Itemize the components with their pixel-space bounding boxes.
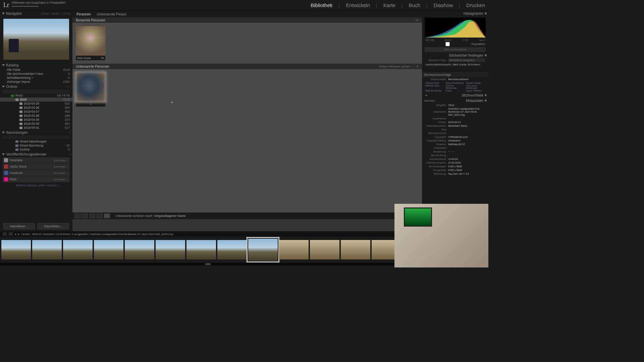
metadata-row[interactable]: Copyright-StatusUnbekannt — [422, 139, 488, 142]
sort-value[interactable]: Vorgeschlagener Name — [154, 214, 185, 218]
filmstrip-thumb[interactable] — [1, 240, 31, 259]
metadata-row[interactable]: Kopiename — [422, 117, 488, 120]
metadata-row[interactable]: Aufnahmedatum27.04.2018 — [422, 161, 488, 165]
collections-header[interactable]: Sammlungen+ — [0, 130, 72, 135]
add-kw-icon[interactable]: + — [425, 93, 427, 97]
folders-filter[interactable] — [3, 89, 70, 93]
filmstrip-thumb[interactable] — [341, 240, 370, 259]
filmstrip-thumb[interactable] — [94, 240, 123, 259]
kw-suggestion[interactable]: Gisa Benkesser — [425, 89, 444, 92]
catalog-row[interactable]: Alle synchronisierten Fotos0 — [0, 72, 72, 76]
metadata-row[interactable]: Bildunterschrift — [422, 131, 488, 135]
kw-tags-value[interactable]: Landschaftsfotografie, Mark Kupla, Schot… — [425, 63, 480, 66]
module-bibliothek[interactable]: Bibliothek — [311, 2, 332, 8]
publish-service[interactable]: Adobe StockEinrichten… — [3, 164, 70, 170]
face-tile-unnamed[interactable]: ? — [76, 72, 105, 107]
add-icon[interactable]: + — [69, 131, 70, 134]
folder-date[interactable]: 2018-04-25522 — [0, 102, 72, 106]
metadata-row[interactable]: Belichtung¹⁄₃₂₀ Sek. bei f / 5,6 — [422, 172, 488, 176]
grid-view-icon[interactable] — [9, 232, 13, 236]
catalog-row[interactable]: Schnellsammlung +0 — [0, 76, 72, 80]
filmstrip-thumb[interactable] — [310, 240, 339, 259]
filmstrip-thumb[interactable] — [125, 240, 154, 259]
lights-out-icon-2[interactable]: ▸ — [18, 233, 19, 236]
unnamed-people-header[interactable]: Unbenannte PersonenWeitere Personen such… — [72, 64, 422, 69]
module-entwickeln[interactable]: Entwickeln — [346, 2, 370, 8]
histogram[interactable] — [425, 17, 486, 38]
publish-service[interactable]: FlickrEinrichten… — [3, 176, 70, 182]
view-people-icon[interactable] — [104, 214, 110, 218]
navigator-preview[interactable] — [3, 19, 69, 60]
view-grid-icon[interactable] — [74, 214, 80, 218]
face-name-unknown[interactable]: ? — [90, 103, 91, 106]
publish-service[interactable]: FacebookEinrichten… — [3, 170, 70, 176]
collection-row[interactable]: Smart-Sammlungen — [0, 139, 72, 143]
folder-year[interactable]: 20182119 — [0, 98, 72, 102]
kw-suggestion[interactable]: Matthias Butz — [425, 84, 444, 89]
filmstrip-thumb[interactable] — [156, 240, 185, 259]
metadata-row[interactable]: Freigestellt5760 x 3840 — [422, 168, 488, 172]
reset-all-button[interactable]: Alles zurücksetzen — [425, 47, 486, 52]
volume-row[interactable]: RAID3,6 / 8 TB — [0, 94, 72, 98]
metadata-row[interactable]: Bewertung· · · · · — [422, 150, 488, 154]
kw-suggestion[interactable]: Sabrina Benkesser — [446, 84, 465, 89]
folder-date[interactable]: 2018-04-29224 — [0, 118, 72, 122]
metadata-header[interactable]: StandardMetadaten — [422, 98, 488, 103]
status-path[interactable]: Ordner : 2018 21 Gesichter / 2119 Fotos … — [21, 233, 173, 236]
module-karte[interactable]: Karte — [383, 2, 395, 8]
view-loupe-icon[interactable] — [82, 214, 88, 218]
second-monitor-icon[interactable] — [3, 232, 7, 236]
publish-more-link[interactable]: Weitere Dienste online suchen … — [0, 183, 72, 188]
metadata-row[interactable]: Copyrightmatthiasbutz.com — [422, 135, 488, 139]
kw-suggestion[interactable]: Aileen Benkesser — [446, 82, 465, 84]
metadata-row[interactable]: Aufnahmezeit14:00:53 — [422, 157, 488, 161]
module-drucken[interactable]: Drucken — [466, 2, 485, 8]
metadata-row[interactable]: VorgabeOhne — [422, 103, 488, 107]
folder-date[interactable]: 2018-05-01517 — [0, 126, 72, 130]
catalog-row[interactable]: Alle Fotos2119 — [0, 68, 72, 72]
module-buch[interactable]: Buch — [409, 2, 420, 8]
publish-header[interactable]: Veröffentlichungsdienste+ — [0, 152, 72, 157]
navigator-zoom-modes[interactable]: Einpa… Ausfü… 1:1 2:1 — [42, 12, 70, 15]
folder-date[interactable]: 2018-04-30322 — [0, 122, 72, 126]
metadata-row[interactable]: Titel — [422, 128, 488, 131]
kw-suggestion[interactable]: Emeli — [446, 89, 465, 92]
folders-header[interactable]: Ordner− + — [0, 84, 72, 89]
filmstrip-thumb[interactable] — [217, 240, 247, 259]
collections-filter[interactable] — [3, 135, 70, 139]
view-survey-icon[interactable] — [97, 214, 103, 218]
keyword-list-header[interactable]: +Stichwortliste — [422, 93, 488, 98]
metadata-row[interactable]: DateinameHochzeit-Ludwigshafen-Full-Benk… — [422, 107, 488, 117]
filmstrip-thumb[interactable] — [279, 240, 309, 259]
filmstrip-thumb[interactable] — [186, 240, 216, 259]
folders-add-icon[interactable]: − + — [66, 85, 70, 88]
named-people-header[interactable]: Benannte Personen20 — [72, 17, 422, 23]
export-button[interactable]: Exportieren… — [38, 223, 69, 229]
lights-out-icon[interactable]: ◂ — [15, 233, 16, 236]
kw-suggestion[interactable]: Melissa Kiehl — [425, 82, 444, 84]
publish-service[interactable]: FestplatteEinrichten… — [3, 157, 70, 163]
keywording-header[interactable]: Stichwörter festlegen — [422, 53, 488, 58]
view-compare-icon[interactable] — [89, 214, 95, 218]
module-diashow[interactable]: Diashow — [434, 2, 453, 8]
kw-suggestion[interactable]: Natalie Geiger — [466, 82, 485, 84]
kw-tags-input[interactable] — [448, 58, 485, 62]
kw-suggestions-header[interactable]: Stichwortvorschläge — [422, 72, 488, 77]
add-icon[interactable]: + — [69, 153, 70, 156]
metadata-row[interactable]: MetadatenstatusAktuellster Stand — [422, 124, 488, 128]
filmstrip-thumb[interactable] — [32, 240, 62, 259]
filmstrip-thumb[interactable] — [248, 239, 278, 261]
filmstrip-thumb[interactable] — [63, 240, 93, 259]
folder-date[interactable]: 2018-04-27402 — [0, 110, 72, 114]
crumb-people[interactable]: Personen — [76, 12, 91, 16]
original-checkbox[interactable] — [425, 42, 470, 46]
kw-set-value[interactable]: Benutzerdefiniert — [448, 78, 468, 81]
folder-date[interactable]: 2018-04-28189 — [0, 114, 72, 118]
collection-row[interactable]: Drohne2 — [0, 147, 72, 152]
metadata-row[interactable]: Ordner2018-04-27 — [422, 120, 488, 124]
navigator-header[interactable]: Navigator Einpa… Ausfü… 1:1 2:1 — [0, 11, 72, 16]
metadata-row[interactable]: Beschriftung — [422, 154, 488, 157]
kw-suggestion[interactable]: Karl-Heinz Benkesser — [466, 84, 485, 89]
metadata-row[interactable]: Abmessungen5760 x 3840 — [422, 165, 488, 168]
catalog-row[interactable]: Vorheriger Import1797 — [0, 80, 72, 84]
